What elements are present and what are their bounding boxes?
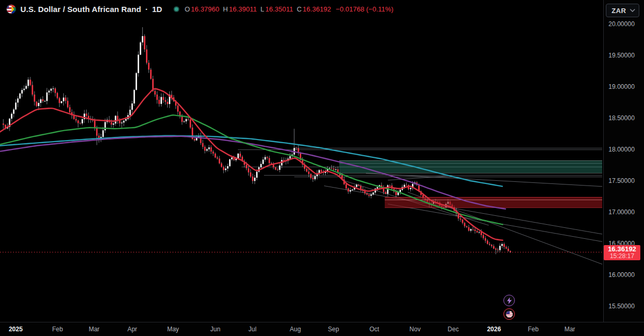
price-axis[interactable]: ZAR 20.0000019.5000019.0000018.5000018.0… [603, 0, 644, 322]
time-axis-month-label: Feb [528, 326, 539, 333]
time-axis-month-label: Aug [290, 326, 301, 333]
price-tick-label: 18.00000 [608, 146, 635, 153]
time-axis-month-label: Oct [370, 326, 380, 333]
low-label: L [260, 5, 264, 13]
time-axis-month-label: May [167, 326, 179, 333]
open-value: 16.37960 [191, 5, 219, 13]
us-flag-fab-button[interactable] [503, 308, 515, 320]
time-axis-year-label: 2026 [487, 326, 501, 333]
price-tick-label: 16.00000 [608, 271, 635, 279]
candles [3, 27, 511, 254]
last-price-value: 16.36192 [604, 246, 640, 253]
price-tick-label: 17.50000 [608, 177, 635, 184]
currency-dropdown[interactable]: ZAR [606, 4, 639, 17]
time-axis-month-label: Nov [409, 326, 420, 333]
time-axis-year-label: 2025 [9, 326, 23, 333]
change-value: −0.01768 (−0.11%) [336, 5, 393, 13]
price-tick-label: 15.50000 [608, 303, 635, 310]
price-tick-label: 20.00000 [608, 20, 635, 28]
bar-countdown: 15:28:17 [604, 253, 640, 259]
price-tick-label: 19.50000 [608, 52, 635, 59]
currency-label: ZAR [612, 7, 626, 15]
lightning-icon [507, 297, 512, 304]
time-axis[interactable]: 2025FebMarAprMayJunJulAugSepOctNovDec202… [0, 322, 644, 336]
close-value: 16.36192 [303, 5, 331, 13]
ohlc-readout: O16.37960 H16.39011 L16.35011 C16.36192 … [185, 5, 393, 13]
lightning-fab-button[interactable] [503, 295, 515, 306]
market-status-icon[interactable] [174, 6, 179, 12]
price-tick-label: 19.00000 [608, 83, 635, 90]
last-price-label: 16.36192 15:28:17 [604, 245, 640, 260]
timeframe-label[interactable]: 1D [152, 5, 162, 14]
price-tick-label: 17.00000 [608, 208, 635, 216]
time-axis-month-label: Jul [248, 326, 256, 333]
time-axis-month-label: Dec [447, 326, 458, 333]
open-label: O [185, 5, 190, 13]
title-separator: · [145, 5, 148, 14]
time-axis-month-label: Mar [565, 326, 576, 333]
chart-header: U.S. Dollar / South African Rand · 1D O1… [6, 4, 394, 14]
low-value: 16.35011 [265, 5, 293, 13]
high-value: 16.39011 [229, 5, 257, 13]
chart-window: U.S. Dollar / South African Rand · 1D O1… [0, 0, 644, 336]
symbol-pair-flag-icon [6, 4, 16, 14]
us-flag-icon [506, 311, 513, 318]
price-tick-label: 18.50000 [608, 114, 635, 122]
time-axis-month-label: Sep [328, 326, 339, 333]
time-axis-month-label: Mar [89, 326, 100, 333]
time-axis-month-label: Jun [210, 326, 220, 333]
high-label: H [223, 5, 228, 13]
chevron-down-icon [630, 9, 635, 12]
time-axis-month-label: Feb [52, 326, 63, 333]
symbol-title[interactable]: U.S. Dollar / South African Rand [20, 5, 141, 14]
candlestick-chart[interactable] [0, 0, 603, 322]
time-axis-month-label: Apr [128, 326, 137, 333]
close-label: C [297, 5, 302, 13]
